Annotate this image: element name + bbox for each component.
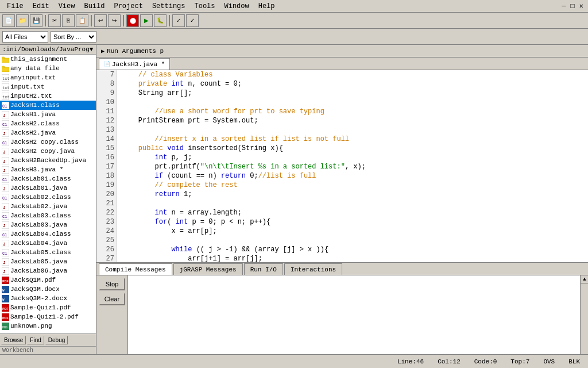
find-tab[interactable]: Find: [27, 336, 44, 344]
code-content[interactable]: // class Variables private int n, count …: [117, 70, 588, 262]
check2-btn[interactable]: ✓: [186, 14, 199, 27]
file-item-name: JacksLab04.class: [10, 231, 71, 237]
file-item[interactable]: JJacksLab02.java: [0, 202, 96, 211]
svg-text:PDF: PDF: [2, 316, 9, 320]
file-item[interactable]: ClJacksH2 copy.class: [0, 137, 96, 147]
file-icon: J: [1, 166, 9, 173]
file-item[interactable]: any data file: [0, 64, 96, 73]
svg-text:W: W: [2, 298, 5, 302]
file-item[interactable]: JJacksLab03.java: [0, 220, 96, 229]
menu-build[interactable]: Build: [79, 1, 109, 12]
menu-help[interactable]: Help: [254, 1, 280, 12]
stop-button[interactable]: Stop: [99, 278, 125, 290]
file-item-name: inputH2.txt: [10, 93, 52, 99]
file-item[interactable]: ClJacksH1.class: [0, 101, 96, 110]
sort-by-dropdown[interactable]: Sort By ...: [51, 31, 96, 43]
file-item[interactable]: ClJacksLab04.class: [0, 229, 96, 239]
bottom-output-area[interactable]: [128, 275, 580, 354]
file-item[interactable]: WJacksQ3M.docx: [0, 285, 96, 294]
file-icon: J: [1, 203, 9, 210]
file-item-name: JacksLab04.java: [10, 240, 67, 247]
file-item[interactable]: JJacksLab01.java: [0, 183, 96, 193]
run-btn[interactable]: ▶: [140, 14, 153, 27]
svg-text:PNG: PNG: [2, 326, 7, 329]
menu-settings[interactable]: Settings: [148, 1, 190, 12]
file-item[interactable]: ClJacksH2.class: [0, 119, 96, 128]
file-item[interactable]: txtinput.txt: [0, 82, 96, 91]
file-type-dropdown[interactable]: All Files: [2, 31, 48, 43]
new-file-btn[interactable]: 📄: [2, 14, 15, 27]
file-item-name: JacksQ1M.pdf: [10, 277, 56, 283]
file-list[interactable]: this_assignmentany data filetxtanyinput.…: [0, 55, 96, 334]
menu-project[interactable]: Project: [109, 1, 147, 12]
svg-text:txt: txt: [2, 95, 9, 99]
code-editor[interactable]: 7891011121314151617181920212223242526272…: [96, 70, 588, 262]
file-item[interactable]: WJacksQ3M-2.docx: [0, 294, 96, 303]
file-item[interactable]: PDFJacksQ1M.pdf: [0, 275, 96, 285]
editor-tab-active[interactable]: 📄 JacksH3.java *: [99, 58, 170, 70]
paste-btn[interactable]: 📋: [76, 14, 88, 27]
file-item[interactable]: JJacksLab06.java: [0, 266, 96, 275]
close-btn[interactable]: ✕: [577, 2, 586, 10]
file-item[interactable]: txtinputH2.txt: [0, 91, 96, 101]
file-item-name: JacksH2BackedUp.java: [10, 157, 86, 164]
file-item[interactable]: JJacksH1.java: [0, 110, 96, 119]
file-item[interactable]: JJacksLab05.java: [0, 257, 96, 266]
tab-run-io[interactable]: Run I/O: [244, 263, 283, 275]
file-item[interactable]: JJacksH2 copy.java: [0, 147, 96, 156]
minimize-btn[interactable]: ─: [559, 2, 568, 10]
redo-btn[interactable]: ↪: [108, 14, 121, 27]
file-item[interactable]: JJacksH3.java *: [0, 165, 96, 174]
menu-file[interactable]: File: [2, 1, 28, 12]
file-item-name: JacksLab02.class: [10, 194, 71, 201]
file-item[interactable]: PDFSample-Quiz1.pdf: [0, 303, 96, 312]
file-item[interactable]: ClJacksLab02.class: [0, 193, 96, 202]
sidebar: :ini/Downloads/JavaProg▼ this_assignment…: [0, 45, 96, 354]
undo-btn[interactable]: ↩: [94, 14, 107, 27]
tab-interactions[interactable]: Interactions: [284, 263, 342, 275]
file-item-name: JacksH3.java *: [10, 166, 63, 173]
file-item[interactable]: JJacksH2BackedUp.java: [0, 156, 96, 165]
svg-text:Cl: Cl: [2, 122, 7, 127]
svg-rect-3: [2, 66, 5, 68]
open-btn[interactable]: 📁: [16, 14, 29, 27]
file-item[interactable]: JJacksLab04.java: [0, 239, 96, 248]
file-item[interactable]: this_assignment: [0, 55, 96, 64]
clear-button[interactable]: Clear: [99, 293, 125, 305]
scroll-up-btn[interactable]: ▲: [581, 275, 588, 283]
save-btn[interactable]: 💾: [30, 14, 42, 27]
run-bar: ▶ Run Arguments p: [96, 45, 588, 57]
file-item[interactable]: ClJacksLab01.class: [0, 174, 96, 183]
menu-window[interactable]: Window: [220, 1, 254, 12]
check-btn[interactable]: ✓: [172, 14, 185, 27]
file-item-name: JacksLab05.java: [10, 258, 67, 265]
menu-view[interactable]: View: [54, 1, 80, 12]
file-item[interactable]: PNGunknown.png: [0, 321, 96, 331]
menu-edit[interactable]: Edit: [28, 1, 54, 12]
cut-btn[interactable]: ✂: [48, 14, 61, 27]
file-item[interactable]: JJacksH2.java: [0, 128, 96, 137]
file-icon: J: [1, 221, 9, 228]
tab-compile-messages[interactable]: Compile Messages: [99, 263, 172, 275]
file-item[interactable]: ClJacksLab05.class: [0, 248, 96, 257]
menu-tools[interactable]: Tools: [189, 1, 219, 12]
svg-text:J: J: [3, 186, 6, 191]
svg-text:Cl: Cl: [2, 233, 7, 237]
copy-btn[interactable]: ⎘: [62, 14, 75, 27]
svg-text:txt: txt: [2, 86, 9, 90]
maximize-btn[interactable]: □: [568, 2, 577, 10]
tab-jgrasp-messages[interactable]: jGRASP Messages: [173, 263, 243, 275]
debug-btn[interactable]: 🐛: [154, 14, 167, 27]
svg-rect-1: [2, 57, 5, 59]
debug-tab[interactable]: Debug: [45, 336, 68, 344]
compile-btn[interactable]: ⬤: [126, 14, 139, 27]
svg-text:J: J: [3, 150, 6, 155]
file-item[interactable]: txtanyinput.txt: [0, 73, 96, 82]
browse-tab[interactable]: Browse: [1, 336, 26, 344]
bottom-panel: Compile Messages jGRASP Messages Run I/O…: [96, 262, 588, 354]
file-item[interactable]: ClJacksLab03.class: [0, 211, 96, 220]
file-item-name: JacksLab03.class: [10, 212, 71, 219]
file-item[interactable]: PDFSample-Quiz1-2.pdf: [0, 312, 96, 321]
file-icon: W: [1, 286, 9, 293]
status-code: Code:0: [471, 358, 501, 365]
